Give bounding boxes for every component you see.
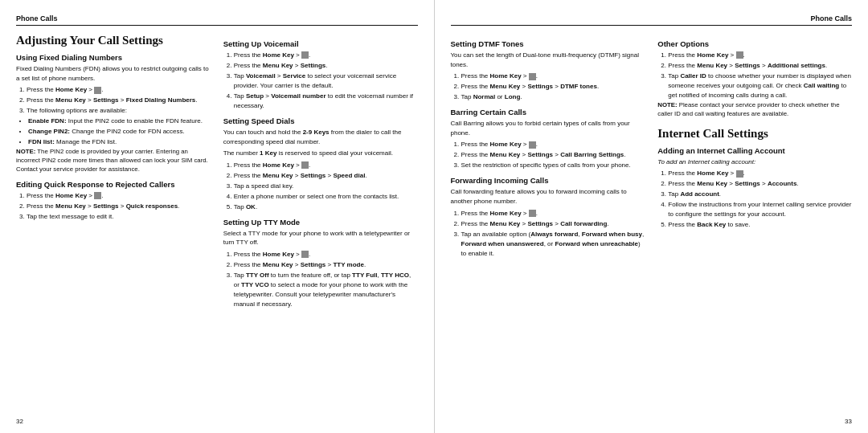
main-title: Adjusting Your Call Settings (16, 34, 211, 47)
right-col2: Other Options Press the Home Key > . Pre… (657, 34, 852, 417)
right-col1: Setting DTMF Tones You can set the lengt… (451, 34, 645, 417)
left-page-number: 32 (16, 418, 23, 425)
right-page-number: 33 (845, 418, 852, 425)
using-fixed-dialing-desc: Fixed Dialing Numbers (FDN) allows you t… (16, 64, 211, 83)
right-page: Phone Calls Setting DTMF Tones You can s… (435, 0, 869, 433)
setting-dtmf-title: Setting DTMF Tones (451, 39, 645, 48)
setting-up-tty-title: Setting Up TTY Mode (223, 218, 418, 227)
right-header-title: Phone Calls (810, 14, 852, 22)
barring-steps: Press the Home Key > . Press the Menu Ke… (461, 140, 645, 170)
using-fixed-dialing-title: Using Fixed Dialing Numbers (16, 53, 211, 62)
adding-internet-account-steps: Press the Home Key > . Press the Menu Ke… (668, 169, 852, 230)
adding-internet-account-subtitle: To add an Internet calling account: (657, 157, 852, 167)
internet-call-settings-title: Internet Call Settings (657, 127, 852, 141)
barring-calls-title: Barring Certain Calls (451, 108, 645, 116)
left-page: Phone Calls Adjusting Your Call Settings… (0, 0, 435, 433)
barring-desc: Call Barring allows you to forbid certai… (451, 119, 645, 137)
using-fixed-dialing-steps: Press the Home Key > . Press the Menu Ke… (27, 85, 211, 116)
forwarding-steps: Press the Home Key > . Press the Menu Ke… (461, 209, 645, 259)
fdn-bullets: Enable FDN: Input the PIN2 code to enabl… (28, 116, 211, 147)
setting-up-voicemail-title: Setting Up Voicemail (223, 39, 418, 48)
left-col1: Adjusting Your Call Settings Using Fixed… (16, 34, 211, 417)
other-options-title: Other Options (657, 39, 852, 48)
tty-steps: Press the Home Key > . Press the Menu Ke… (234, 250, 418, 309)
dtmf-desc: You can set the length of Dual-tone mult… (451, 51, 645, 69)
tty-desc: Select a TTY mode for your phone to work… (223, 229, 418, 247)
editing-quick-response-title: Editing Quick Response to Rejected Calle… (16, 180, 211, 189)
speed-dials-steps: Press the Home Key > . Press the Menu Ke… (234, 161, 418, 212)
other-options-note: NOTE: Please contact your service provid… (657, 101, 852, 119)
dtmf-steps: Press the Home Key > . Press the Menu Ke… (461, 71, 645, 102)
other-options-steps: Press the Home Key > . Press the Menu Ke… (668, 51, 852, 71)
left-header-title: Phone Calls (16, 14, 58, 22)
voicemail-steps: Press the Home Key > . Press the Menu Ke… (234, 51, 418, 111)
speed-dials-desc1: You can touch and hold the 2-9 Keys from… (223, 128, 418, 146)
forwarding-desc: Call forwarding feature allows you to fo… (451, 187, 645, 206)
speed-dials-desc2: The number 1 Key is reserved to speed di… (223, 149, 418, 158)
left-page-header: Phone Calls (16, 14, 418, 26)
fdn-note: NOTE: The PIN2 code is provided by your … (16, 148, 211, 174)
right-page-header: Phone Calls (451, 14, 853, 26)
other-options-steps2: Tap Caller ID to choose whether your num… (668, 71, 852, 100)
adding-internet-account-title: Adding an Internet Calling Account (657, 146, 852, 155)
left-col2: Setting Up Voicemail Press the Home Key … (223, 34, 418, 417)
forwarding-calls-title: Forwarding Incoming Calls (451, 176, 645, 185)
editing-quick-response-steps: Press the Home Key > . Press the Menu Ke… (27, 191, 211, 222)
setting-speed-dials-title: Setting Speed Dials (223, 116, 418, 125)
